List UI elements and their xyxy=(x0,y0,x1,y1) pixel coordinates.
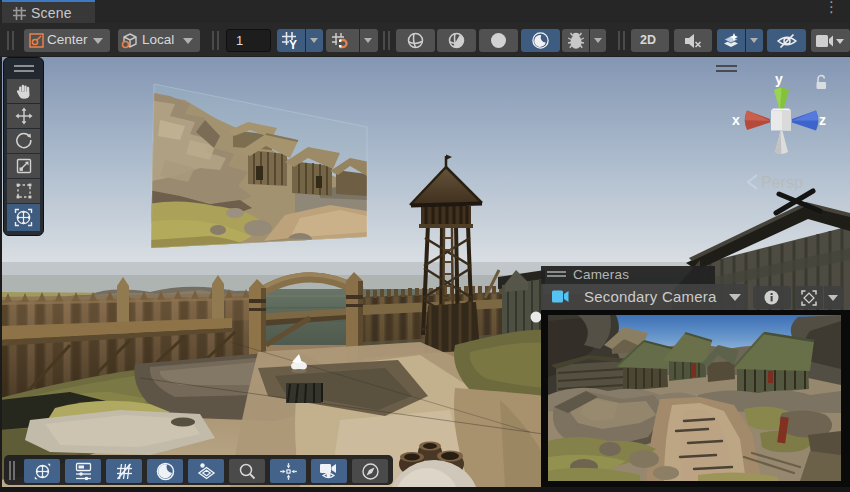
svg-text:Persp: Persp xyxy=(761,174,803,191)
svg-text:x: x xyxy=(732,112,740,128)
svg-text:z: z xyxy=(819,112,826,128)
svg-text:y: y xyxy=(775,71,783,87)
svg-text:Y: Y xyxy=(289,38,297,50)
